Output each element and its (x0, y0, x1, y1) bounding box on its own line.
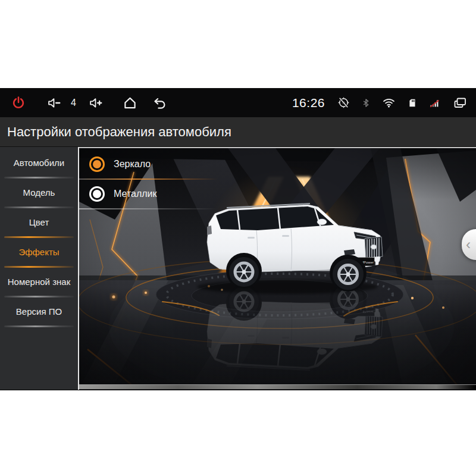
sidebar-item-label: Модель (23, 187, 55, 198)
sidebar-item-cars[interactable]: Автомобили (0, 149, 78, 177)
radio-selected-icon (89, 156, 105, 172)
home-icon[interactable] (122, 95, 138, 111)
status-bar: 4 (0, 88, 476, 117)
effect-option-mirror[interactable]: Зеркало (79, 150, 222, 178)
wifi-icon (381, 96, 396, 109)
page-title-text: Настройки отображения автомобиля (7, 124, 231, 140)
sidebar-item-plate[interactable]: Номерной знак (0, 268, 78, 296)
radio-unselected-icon (89, 186, 105, 202)
volume-level: 4 (71, 98, 76, 108)
sidebar-item-label: Номерной знак (8, 277, 70, 287)
power-icon[interactable] (11, 95, 26, 111)
sidebar-item-label: Цвет (29, 217, 49, 227)
settings-sidebar: Автомобили Модель Цвет Эффекты Номерной … (0, 147, 78, 390)
page-title: Настройки отображения автомобиля (0, 117, 476, 147)
sidebar-divider (4, 325, 74, 327)
bluetooth-icon (361, 96, 371, 109)
head-unit-screenshot: 4 (0, 0, 476, 476)
effect-option-label: Зеркало (114, 159, 151, 170)
effects-options-panel: Зеркало Металлик (79, 150, 222, 209)
effect-option-label: Металлик (114, 189, 157, 199)
sidebar-item-software[interactable]: Версия ПО (0, 298, 78, 325)
sidebar-item-model[interactable]: Модель (0, 178, 78, 206)
sidebar-item-label: Версия ПО (16, 306, 62, 317)
volume-up-icon[interactable] (88, 95, 104, 111)
back-icon[interactable] (151, 95, 167, 111)
recents-icon[interactable] (452, 96, 468, 110)
nav-buttons: 4 (0, 95, 167, 111)
volume-down-icon[interactable] (46, 95, 62, 111)
sidebar-item-label: Эффекты (18, 247, 59, 257)
sd-card-icon (406, 96, 418, 109)
status-tray: 16:26 (292, 96, 468, 110)
option-divider (79, 208, 218, 209)
clock: 16:26 (292, 96, 325, 110)
chevron-left-icon: ‹ (466, 236, 471, 253)
device-screen: 4 (0, 88, 476, 390)
sidebar-item-label: Автомобили (14, 158, 64, 168)
no-signal-icon (428, 96, 442, 109)
sidebar-item-effects[interactable]: Эффекты (0, 238, 78, 266)
gps-off-icon (337, 96, 350, 109)
sidebar-item-color[interactable]: Цвет (0, 208, 78, 236)
effect-option-metallic[interactable]: Металлик (79, 180, 222, 208)
car-3d-view[interactable]: RedPower (79, 147, 476, 390)
